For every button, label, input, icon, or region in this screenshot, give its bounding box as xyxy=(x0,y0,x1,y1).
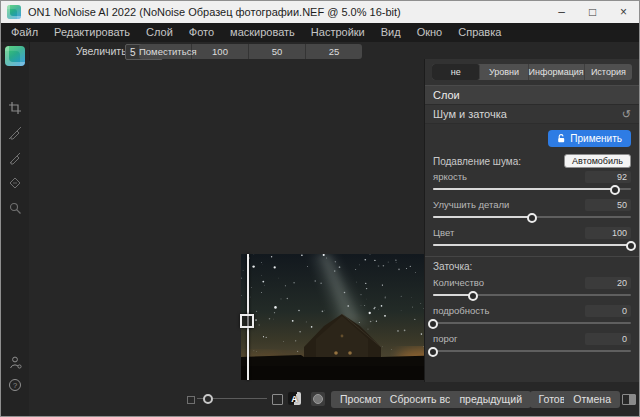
auto-button[interactable]: Автомобиль xyxy=(564,154,631,168)
menubar: Файл Редактировать Слой Фото маскировать… xyxy=(1,23,639,42)
slider-label: яркость xyxy=(433,171,467,182)
slider-fill xyxy=(433,216,532,218)
slider-value[interactable]: 100 xyxy=(585,227,631,239)
slider-handle[interactable] xyxy=(203,394,213,404)
menu-help[interactable]: Справка xyxy=(450,23,509,42)
menu-mask[interactable]: маскировать xyxy=(222,23,303,42)
zoom-select-value: 5 xyxy=(130,47,136,58)
svg-text:?: ? xyxy=(13,381,17,390)
menu-view[interactable]: Вид xyxy=(373,23,409,42)
slider-label: Улучшить детали xyxy=(433,199,509,210)
brush-size-min-icon xyxy=(187,396,195,404)
menu-settings[interactable]: Настройки xyxy=(303,23,373,42)
slider-handle[interactable] xyxy=(468,291,478,301)
titlebar: ON1 NoNoise AI 2022 (NoNoise Образец фот… xyxy=(1,1,639,23)
mask-overlay-icon[interactable] xyxy=(311,392,325,406)
slider-fill xyxy=(433,244,631,246)
pane-header[interactable]: Шум и заточка ↺ xyxy=(425,105,639,124)
slider-row-detail-sharpen: подробность 0 xyxy=(425,304,639,329)
slider-handle[interactable] xyxy=(626,241,636,251)
sharpen-section-label: Заточка: xyxy=(425,261,639,272)
slider-handle[interactable] xyxy=(428,319,438,329)
reset-icon[interactable]: ↺ xyxy=(622,108,631,121)
photo-night-barn xyxy=(241,254,450,380)
tab-levels[interactable]: Уровни xyxy=(480,64,528,80)
amount-slider[interactable] xyxy=(433,290,631,301)
compare-divider-handle[interactable] xyxy=(240,314,254,328)
slider-handle[interactable] xyxy=(610,185,620,195)
help-icon[interactable]: ? xyxy=(5,375,25,395)
slider-track[interactable] xyxy=(433,322,631,324)
menu-edit[interactable]: Редактировать xyxy=(46,23,138,42)
zoom-tool-icon[interactable] xyxy=(5,198,25,218)
threshold-slider[interactable] xyxy=(433,346,631,357)
slider-row-detail: Улучшить детали 50 xyxy=(425,198,639,223)
menu-photo[interactable]: Фото xyxy=(181,23,222,42)
section-divider xyxy=(425,256,639,257)
right-panel: не Уровни Информация История Слои Шум и … xyxy=(424,59,639,382)
circle-icon xyxy=(313,394,323,404)
fit-button[interactable]: Поместиться xyxy=(139,44,192,59)
mask-luminosity-icon[interactable]: A xyxy=(288,392,301,405)
window-controls: – □ × xyxy=(546,1,639,23)
cancel-button[interactable]: Отмена xyxy=(564,391,620,408)
slider-value[interactable]: 20 xyxy=(585,277,631,289)
apply-button-label: Применить xyxy=(570,133,622,144)
minimize-button[interactable]: – xyxy=(546,1,577,23)
slider-handle[interactable] xyxy=(527,213,537,223)
local-brush-tool-icon[interactable] xyxy=(5,148,25,168)
slider-label: Количество xyxy=(433,277,484,288)
apply-row: Применить xyxy=(425,124,639,151)
bottom-bar: A Просмотр Сбросить все предыдущий Готов… xyxy=(29,382,639,416)
slider-value[interactable]: 92 xyxy=(585,171,631,183)
tab-info[interactable]: Информация xyxy=(529,64,585,80)
perfect-eraser-tool-icon[interactable] xyxy=(5,173,25,193)
menu-window[interactable]: Окно xyxy=(409,23,451,42)
slider-row-threshold: порог 0 xyxy=(425,332,639,357)
zoom-presets: Поместиться 100 50 25 xyxy=(139,44,362,59)
app-logo-icon xyxy=(7,5,21,19)
previous-button[interactable]: предыдущий xyxy=(450,391,531,408)
slider-value[interactable]: 0 xyxy=(585,305,631,317)
panel-tabs: не Уровни Информация История xyxy=(432,64,632,80)
split-view-icon[interactable] xyxy=(622,394,636,405)
mask-checkbox[interactable] xyxy=(272,394,283,405)
crop-tool-icon[interactable] xyxy=(5,98,25,118)
close-button[interactable]: × xyxy=(608,1,639,23)
apply-button[interactable]: Применить xyxy=(548,130,631,147)
user-account-icon[interactable] xyxy=(5,352,25,372)
slider-value[interactable]: 0 xyxy=(585,333,631,345)
maximize-button[interactable]: □ xyxy=(577,1,608,23)
nonoise-tool-icon[interactable] xyxy=(5,46,25,66)
slider-label: порог xyxy=(433,333,457,344)
slider-track[interactable] xyxy=(433,350,631,352)
detail-slider[interactable] xyxy=(433,318,631,329)
window-title: ON1 NoNoise AI 2022 (NoNoise Образец фот… xyxy=(28,6,401,18)
view-toolbar: Увеличить 5 ▼ Поместиться 100 50 25 xyxy=(29,42,424,61)
photo-image xyxy=(241,254,450,380)
zoom-label: Увеличить xyxy=(76,44,127,59)
luminosity-slider[interactable] xyxy=(433,184,631,195)
menu-layer[interactable]: Слой xyxy=(138,23,181,42)
noise-section-label: Подавление шума: xyxy=(433,156,521,167)
slider-fill xyxy=(433,188,615,190)
zoom-25-button[interactable]: 25 xyxy=(306,44,362,59)
slider-label: подробность xyxy=(433,305,489,316)
app-window: ON1 NoNoise AI 2022 (NoNoise Образец фот… xyxy=(0,0,640,417)
masking-brush-tool-icon[interactable] xyxy=(5,123,25,143)
canvas[interactable] xyxy=(29,61,424,382)
zoom-100-button[interactable]: 100 xyxy=(192,44,249,59)
menu-file[interactable]: Файл xyxy=(3,23,46,42)
pane-title: Шум и заточка xyxy=(433,108,507,120)
opacity-slider[interactable] xyxy=(197,394,267,404)
layers-section-header[interactable]: Слои xyxy=(425,85,639,105)
color-slider[interactable] xyxy=(433,240,631,251)
enhance-detail-slider[interactable] xyxy=(433,212,631,223)
slider-row-luminosity: яркость 92 xyxy=(425,170,639,195)
slider-handle[interactable] xyxy=(428,347,438,357)
zoom-50-button[interactable]: 50 xyxy=(249,44,306,59)
slider-value[interactable]: 50 xyxy=(585,199,631,211)
tab-edit[interactable]: не xyxy=(432,64,480,80)
tool-rail: ? xyxy=(1,42,30,416)
tab-history[interactable]: История xyxy=(585,64,632,80)
